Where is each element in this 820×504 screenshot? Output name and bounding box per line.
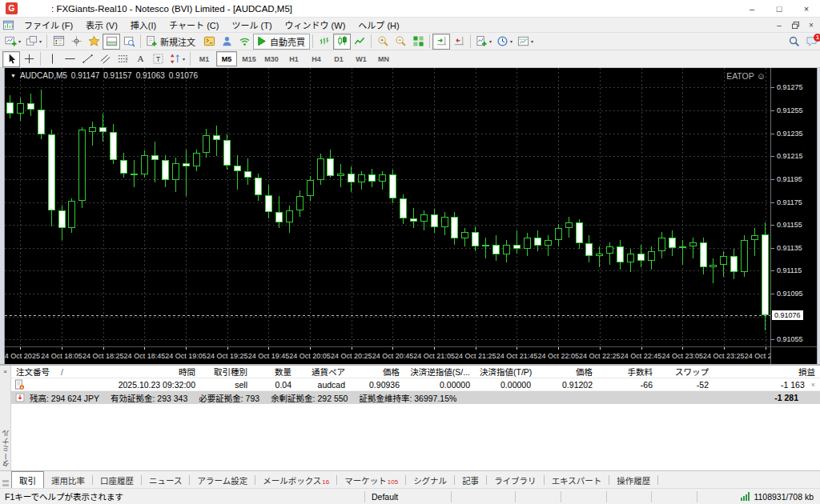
column-header-9[interactable]: 価格	[536, 366, 597, 378]
mdi-restore-button[interactable]	[788, 19, 802, 30]
column-header-2[interactable]: 時間	[90, 366, 200, 378]
column-header-11[interactable]: スワップ	[657, 366, 713, 378]
time-axis[interactable]: 24 Oct 202524 Oct 18:0524 Oct 18:2524 Oc…	[5, 346, 770, 364]
window-maximize-button[interactable]: □	[766, 0, 793, 17]
metaeditor-button[interactable]	[200, 34, 218, 50]
tab-alerts[interactable]: アラーム設定	[190, 473, 255, 488]
chart-plot[interactable]: ▼ AUDCAD,M5 0.91147 0.91157 0.91063 0.91…	[5, 68, 770, 346]
status-profile[interactable]: Default	[364, 491, 451, 502]
autotrading-button[interactable]: 自動売買	[253, 34, 310, 50]
column-header-12[interactable]: 損益	[713, 366, 820, 378]
orders-table-header[interactable]: 注文番号/時間取引種別数量通貨ペア価格決済逆指値(S/...決済指値(T/P)価…	[11, 366, 820, 378]
mdi-minimize-button[interactable]: –	[772, 19, 786, 30]
strategy-tester-button[interactable]	[120, 34, 138, 50]
new-order-button[interactable]: 新規注文	[143, 34, 200, 50]
terminal-button[interactable]	[102, 34, 120, 50]
timeframe-m1[interactable]: M1	[194, 51, 215, 66]
signals-button[interactable]	[235, 34, 253, 50]
window-close-button[interactable]: ×	[793, 0, 820, 17]
indicators-button[interactable]: ▾	[473, 34, 494, 50]
vertical-line-tool[interactable]	[43, 51, 61, 67]
navigator-button[interactable]	[85, 34, 102, 50]
cursor-tool[interactable]	[2, 51, 20, 67]
tab-market[interactable]: マーケット105	[337, 473, 405, 488]
close-position-icon[interactable]: ×	[811, 381, 815, 389]
profiles-button[interactable]: ▾	[23, 34, 44, 50]
zoom-in-button[interactable]	[374, 34, 392, 50]
tab-mailbox[interactable]: メールボックス16	[255, 473, 336, 488]
column-header-4[interactable]: 数量	[252, 366, 296, 378]
chevron-down-icon[interactable]: ▾	[183, 56, 185, 62]
tab-exposure[interactable]: 運用比率	[44, 473, 92, 488]
tab-library[interactable]: ライブラリ	[487, 473, 544, 488]
auto-scroll-button[interactable]	[432, 34, 450, 50]
expert-advisor-label[interactable]: EATOP ☺	[726, 71, 766, 81]
market-watch-button[interactable]	[50, 34, 67, 50]
arrows-tool[interactable]: ▾	[167, 51, 187, 67]
order-row[interactable]: 2025.10.23 09:32:00sell0.04audcad0.90936…	[11, 378, 820, 391]
column-header-6[interactable]: 価格	[350, 366, 404, 378]
chevron-down-icon[interactable]: ▾	[39, 38, 42, 44]
trendline-tool[interactable]	[78, 51, 96, 67]
price-axis[interactable]: 0.912750.912550.912350.912150.911950.911…	[770, 68, 817, 346]
timeframe-m30[interactable]: M30	[261, 51, 282, 66]
channel-tool[interactable]	[96, 51, 114, 67]
community-button[interactable]	[218, 34, 235, 50]
timeframe-m15[interactable]: M15	[239, 51, 259, 66]
timeframe-w1[interactable]: W1	[351, 51, 372, 66]
periods-button[interactable]: ▾	[494, 34, 515, 50]
chart-shift-button[interactable]	[450, 34, 468, 50]
notifications-button[interactable]: 1	[802, 34, 820, 50]
menu-chart[interactable]: チャート (C)	[163, 18, 225, 32]
zoom-out-button[interactable]	[392, 34, 409, 50]
horizontal-line-tool[interactable]	[61, 51, 78, 67]
candlestick-button[interactable]	[333, 34, 351, 50]
chevron-down-icon[interactable]: ▾	[531, 38, 533, 44]
chevron-down-icon[interactable]: ▼	[10, 73, 16, 78]
terminal-close-icon[interactable]: ×	[1, 367, 10, 376]
column-header-7[interactable]: 決済逆指値(S/...	[404, 366, 475, 378]
new-chart-button[interactable]: ▾	[2, 34, 23, 50]
search-button[interactable]	[785, 34, 802, 50]
tab-journal[interactable]: 操作履歴	[609, 473, 657, 488]
timeframe-d1[interactable]: D1	[328, 51, 349, 66]
tab-experts[interactable]: エキスパート	[545, 473, 609, 488]
menu-file[interactable]: ファイル (F)	[18, 18, 79, 32]
column-header-3[interactable]: 取引種別	[200, 366, 252, 378]
bar-chart-button[interactable]	[316, 34, 333, 50]
tab-account-history[interactable]: 口座履歴	[93, 473, 141, 488]
column-header-1[interactable]: 注文番号/	[11, 366, 90, 378]
time-axis-label: 24 Oct 18:45	[124, 352, 166, 360]
timeframe-h4[interactable]: H4	[306, 51, 327, 66]
column-header-8[interactable]: 決済指値(T/P)	[475, 366, 536, 378]
window-minimize-button[interactable]: –	[738, 0, 766, 17]
templates-button[interactable]: ▾	[515, 34, 536, 50]
timeframe-m5[interactable]: M5	[216, 51, 237, 66]
menu-view[interactable]: 表示 (V)	[79, 18, 124, 32]
label-tool[interactable]: T	[149, 51, 167, 67]
tab-news[interactable]: ニュース	[142, 473, 189, 488]
candle-body	[120, 160, 127, 174]
data-window-button[interactable]	[67, 34, 85, 50]
tab-signals[interactable]: シグナル	[406, 473, 454, 488]
menu-tools[interactable]: ツール (T)	[225, 18, 278, 32]
menu-insert[interactable]: 挿入(I)	[124, 18, 163, 32]
text-tool[interactable]: A	[131, 51, 149, 67]
chevron-down-icon[interactable]: ▾	[510, 38, 512, 44]
fibonacci-tool[interactable]: F	[114, 51, 131, 67]
menu-window[interactable]: ウィンドウ (W)	[279, 18, 352, 32]
tile-windows-button[interactable]	[409, 34, 427, 50]
column-header-10[interactable]: 手数料	[597, 366, 657, 378]
timeframe-mn[interactable]: MN	[373, 51, 394, 66]
mdi-close-button[interactable]: ×	[804, 19, 818, 30]
tab-trade[interactable]: 取引	[11, 471, 44, 488]
chevron-down-icon[interactable]: ▾	[18, 38, 21, 44]
ea-smiley-icon[interactable]: ☺	[757, 71, 766, 81]
column-header-5[interactable]: 通貨ペア	[296, 366, 350, 378]
timeframe-h1[interactable]: H1	[283, 51, 304, 66]
crosshair-tool[interactable]	[20, 51, 38, 67]
tab-articles[interactable]: 記事	[455, 473, 486, 488]
menu-help[interactable]: ヘルプ (H)	[352, 18, 405, 32]
line-chart-button[interactable]	[351, 34, 368, 50]
chevron-down-icon[interactable]: ▾	[489, 38, 492, 44]
